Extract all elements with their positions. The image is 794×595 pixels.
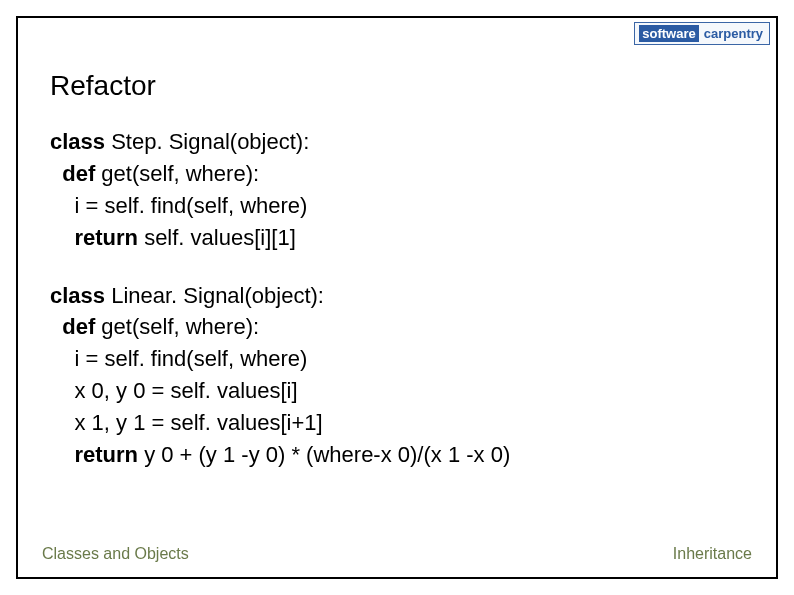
code-text: y 0 + (y 1 -y 0) * (where-x 0)/(x 1 -x 0… bbox=[138, 442, 510, 467]
code-line: def get(self, where): bbox=[50, 158, 744, 190]
keyword-def: def bbox=[50, 161, 95, 186]
logo: software carpentry bbox=[634, 22, 770, 45]
code-text: Linear. Signal(object): bbox=[105, 283, 324, 308]
code-line: x 0, y 0 = self. values[i] bbox=[50, 375, 744, 407]
keyword-class: class bbox=[50, 129, 105, 154]
keyword-def: def bbox=[50, 314, 95, 339]
code-text: Step. Signal(object): bbox=[105, 129, 309, 154]
code-text: get(self, where): bbox=[95, 161, 259, 186]
code-text: get(self, where): bbox=[95, 314, 259, 339]
code-line: def get(self, where): bbox=[50, 311, 744, 343]
code-line: return self. values[i][1] bbox=[50, 222, 744, 254]
code-line: return y 0 + (y 1 -y 0) * (where-x 0)/(x… bbox=[50, 439, 744, 471]
code-line: i = self. find(self, where) bbox=[50, 190, 744, 222]
code-line: class Step. Signal(object): bbox=[50, 126, 744, 158]
code-text: self. values[i][1] bbox=[138, 225, 296, 250]
code-line: i = self. find(self, where) bbox=[50, 343, 744, 375]
footer-right: Inheritance bbox=[673, 545, 752, 563]
code-line: x 1, y 1 = self. values[i+1] bbox=[50, 407, 744, 439]
footer-left: Classes and Objects bbox=[42, 545, 189, 563]
code-line: class Linear. Signal(object): bbox=[50, 280, 744, 312]
logo-word-software: software bbox=[639, 25, 698, 42]
keyword-class: class bbox=[50, 283, 105, 308]
spacer bbox=[50, 254, 744, 280]
slide-frame: software carpentry Refactor class Step. … bbox=[16, 16, 778, 579]
slide-title: Refactor bbox=[50, 70, 156, 102]
keyword-return: return bbox=[50, 442, 138, 467]
keyword-return: return bbox=[50, 225, 138, 250]
logo-word-carpentry: carpentry bbox=[702, 25, 765, 42]
slide-content: class Step. Signal(object): def get(self… bbox=[50, 126, 744, 471]
